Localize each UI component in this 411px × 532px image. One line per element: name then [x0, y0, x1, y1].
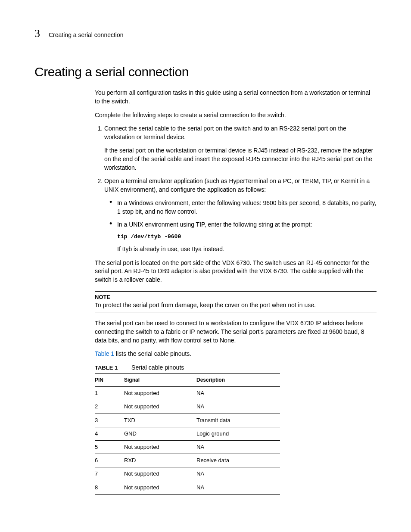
cell-signal: Not supported: [124, 440, 196, 454]
cell-desc: NA: [196, 400, 280, 414]
cell-desc: NA: [196, 481, 280, 494]
note-block: NOTE To protect the serial port from dam…: [95, 291, 377, 313]
step-1: Connect the serial cable to the serial p…: [104, 124, 377, 172]
cell-desc: NA: [196, 440, 280, 454]
running-header: 3 Creating a serial connection: [34, 26, 377, 41]
cell-signal: GND: [124, 427, 196, 440]
cell-desc: Transmit data: [196, 414, 280, 427]
cell-pin: 5: [95, 440, 124, 454]
code-snippet: tip /dev/ttyb -9600: [117, 233, 377, 241]
cell-pin: 6: [95, 454, 124, 467]
step-2-bullet-2: In a UNIX environment using TIP, enter t…: [117, 221, 377, 254]
step-1-text: Connect the serial cable to the serial p…: [104, 125, 346, 140]
table-label: TABLE 1: [95, 364, 118, 371]
cell-signal: Not supported: [124, 467, 196, 481]
table-row: 3TXDTransmit data: [95, 414, 280, 427]
chapter-number: 3: [34, 26, 40, 41]
cell-pin: 4: [95, 427, 124, 440]
col-pin: PIN: [95, 374, 124, 387]
table-caption: TABLE 1 Serial cable pinouts: [95, 364, 377, 372]
cell-desc: Logic ground: [196, 427, 280, 440]
step-2-sublist: In a Windows environment, enter the foll…: [104, 199, 377, 254]
step-2-bullet-1: In a Windows environment, enter the foll…: [117, 199, 377, 216]
table-row: 5Not supportedNA: [95, 440, 280, 454]
step-2: Open a terminal emulator application (su…: [104, 177, 377, 254]
cell-signal: TXD: [124, 414, 196, 427]
cell-signal: Not supported: [124, 400, 196, 414]
table-reference-rest: lists the serial cable pinouts.: [114, 350, 191, 357]
table-reference: Table 1 lists the serial cable pinouts.: [95, 350, 377, 358]
cell-desc: NA: [196, 467, 280, 481]
body-content: You perform all configuration tasks in t…: [95, 89, 377, 494]
step-2-bullet-2-text: In a UNIX environment using TIP, enter t…: [117, 221, 312, 228]
table-row: 8Not supportedNA: [95, 481, 280, 494]
table-row: 1Not supportedNA: [95, 387, 280, 400]
page-heading: Creating a serial connection: [34, 63, 377, 81]
table-row: 4GNDLogic ground: [95, 427, 280, 440]
cell-signal: RXD: [124, 454, 196, 467]
header-title: Creating a serial connection: [49, 31, 124, 40]
cell-pin: 7: [95, 467, 124, 481]
intro-paragraph-2: Complete the following steps to create a…: [95, 111, 377, 120]
step-1-sub: If the serial port on the workstation or…: [104, 146, 377, 172]
cell-desc: NA: [196, 387, 280, 400]
cell-desc: Receive data: [196, 454, 280, 467]
cell-signal: Not supported: [124, 387, 196, 400]
table-link[interactable]: Table 1: [95, 350, 114, 357]
col-description: Description: [196, 374, 280, 387]
step-2-bullet-2-after: If ttyb is already in use, use ttya inst…: [117, 246, 224, 252]
after-steps-paragraph: The serial port is located on the port s…: [95, 259, 377, 284]
note-label: NOTE: [95, 293, 377, 301]
after-note-paragraph: The serial port can be used to connect t…: [95, 319, 377, 345]
intro-paragraph-1: You perform all configuration tasks in t…: [95, 89, 377, 106]
cell-pin: 8: [95, 481, 124, 494]
cell-pin: 3: [95, 414, 124, 427]
pinouts-table: PIN Signal Description 1Not supportedNA …: [95, 373, 280, 494]
steps-list: Connect the serial cable to the serial p…: [95, 124, 377, 254]
table-row: 7Not supportedNA: [95, 467, 280, 481]
cell-signal: Not supported: [124, 481, 196, 494]
table-header-row: PIN Signal Description: [95, 374, 280, 387]
cell-pin: 2: [95, 400, 124, 414]
col-signal: Signal: [124, 374, 196, 387]
table-row: 2Not supportedNA: [95, 400, 280, 414]
cell-pin: 1: [95, 387, 124, 400]
table-row: 6RXDReceive data: [95, 454, 280, 467]
table-title: Serial cable pinouts: [131, 364, 184, 371]
note-text: To protect the serial port from damage, …: [95, 301, 377, 310]
step-2-text: Open a terminal emulator application (su…: [104, 177, 370, 193]
